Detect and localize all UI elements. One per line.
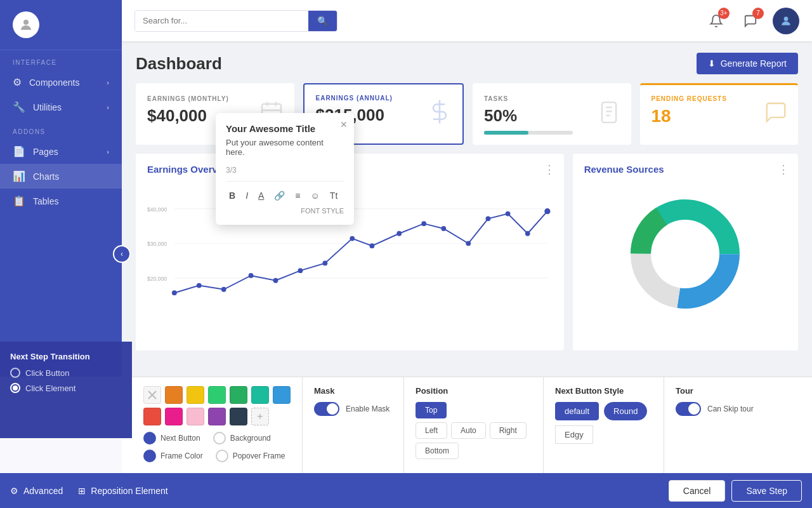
save-step-button[interactable]: Save Step — [731, 480, 802, 502]
avatar[interactable] — [13, 11, 39, 38]
link-button[interactable]: 🔗 — [271, 188, 288, 203]
page-title: Dashboard — [136, 54, 222, 74]
background-color-option[interactable]: Background — [213, 432, 271, 444]
next-button-color-option[interactable]: Next Button — [143, 432, 200, 444]
sidebar-item-label: Components — [29, 77, 79, 88]
color-swatch-green[interactable] — [208, 386, 226, 404]
popover-frame-option[interactable]: Popover Frame — [216, 450, 285, 462]
align-button[interactable]: ≡ — [292, 188, 303, 203]
style-default-button[interactable]: default — [555, 402, 599, 420]
message-button[interactable]: 7 — [738, 9, 763, 33]
download-icon: ⬇ — [708, 58, 716, 69]
tasks-icon — [597, 100, 621, 130]
italic-button[interactable]: I — [242, 188, 251, 203]
tour-toggle[interactable] — [676, 402, 701, 416]
mask-toggle[interactable] — [314, 402, 339, 416]
card-pending: PENDING REQUESTS 18 — [640, 83, 799, 145]
text-size-button[interactable]: Tt — [327, 188, 341, 203]
font-style-label[interactable]: FONT STYLE — [301, 207, 344, 215]
tooltip-title: Your Awesome Title — [226, 123, 344, 134]
sidebar-item-charts[interactable]: 📊 Charts — [0, 164, 122, 189]
sidebar-item-components[interactable]: ⚙ Components › — [0, 70, 122, 95]
search-button[interactable]: 🔍 — [308, 11, 337, 31]
tour-panel: Tour Can Skip tour — [664, 377, 791, 473]
color-swatch-dark[interactable] — [230, 408, 247, 425]
pages-icon: 📄 — [13, 145, 25, 157]
position-right-button[interactable]: Right — [490, 422, 527, 439]
revenue-chart-menu[interactable]: ⋮ — [778, 163, 789, 177]
color-swatch-add[interactable]: + — [251, 408, 269, 425]
click-element-radio — [10, 383, 20, 393]
sidebar-item-label: Charts — [33, 171, 59, 182]
svg-point-28 — [441, 226, 446, 231]
tooltip-content: Put your awesome content here. — [226, 138, 344, 157]
position-left-button[interactable]: Left — [416, 422, 447, 439]
click-element-option[interactable]: Click Element — [10, 383, 122, 393]
cancel-button[interactable]: Cancel — [669, 480, 726, 502]
svg-point-30 — [486, 216, 491, 221]
font-color-button[interactable]: A — [255, 188, 267, 203]
header-icons: 3+ 7 — [704, 8, 799, 34]
svg-point-1 — [784, 17, 789, 21]
style-round-button[interactable]: Round — [604, 402, 647, 420]
chevron-icon: › — [107, 148, 109, 156]
search-icon: 🔍 — [317, 16, 328, 26]
svg-text:$30,000: $30,000 — [147, 241, 167, 247]
reposition-button[interactable]: ⊞ Reposition Element — [78, 486, 167, 496]
svg-point-17 — [172, 290, 177, 295]
emoji-button[interactable]: ☺ — [308, 188, 323, 203]
color-swatch-blue[interactable] — [273, 386, 291, 404]
sidebar-item-tables[interactable]: 📋 Tables — [0, 189, 122, 213]
color-swatch-teal[interactable] — [251, 386, 269, 404]
color-swatch-light-pink[interactable] — [187, 408, 204, 425]
style-edgy-button[interactable]: Edgy — [555, 425, 593, 444]
bold-button[interactable]: B — [226, 188, 239, 203]
generate-report-button[interactable]: ⬇ Generate Report — [697, 53, 798, 74]
position-bottom-button[interactable]: Bottom — [416, 443, 459, 459]
search-input[interactable] — [135, 11, 308, 30]
advanced-button[interactable]: ⚙ Advanced — [10, 486, 63, 496]
utilities-icon: 🔧 — [13, 101, 25, 113]
svg-point-20 — [249, 273, 254, 278]
color-grid: + — [143, 386, 291, 425]
sidebar-collapse-button[interactable]: ‹ — [113, 245, 131, 263]
color-swatch-dark-green[interactable] — [230, 386, 247, 404]
svg-point-31 — [506, 211, 511, 217]
frame-color-label: Frame Color — [160, 451, 203, 460]
progress-bar — [484, 131, 573, 135]
tour-toggle-row: Can Skip tour — [676, 402, 780, 416]
tables-icon: 📋 — [13, 195, 25, 207]
frame-color-option[interactable]: Frame Color — [143, 450, 203, 462]
position-top-button[interactable]: Top — [416, 402, 447, 418]
card-tasks: TASKS 50% — [473, 83, 631, 145]
sidebar-item-utilities[interactable]: 🔧 Utilities › — [0, 95, 122, 119]
color-swatch-purple[interactable] — [208, 408, 226, 425]
notification-bell-button[interactable]: 3+ — [704, 9, 728, 33]
svg-point-32 — [525, 231, 530, 236]
color-swatch-pink[interactable] — [165, 408, 183, 425]
position-panel: Position Top Left Auto Right Bottom — [404, 377, 544, 473]
next-button-style-title: Next Button Style — [555, 386, 652, 396]
sidebar-item-pages[interactable]: 📄 Pages › — [0, 139, 122, 164]
position-middle-row: Left Auto Right — [416, 422, 532, 439]
click-button-label: Click Button — [25, 368, 69, 378]
color-type-options: Next Button Background — [143, 432, 291, 444]
tour-title: Tour — [676, 386, 780, 396]
left-panel: Next Step Transition Click Button Click … — [0, 342, 132, 438]
position-top-row: Top — [416, 402, 532, 418]
mask-panel: Mask Enable Mask — [303, 377, 404, 473]
style-bottom-row: Edgy — [555, 425, 652, 444]
color-swatch-disabled[interactable] — [143, 386, 161, 404]
color-swatch-red[interactable] — [143, 408, 161, 425]
earnings-chart-menu[interactable]: ⋮ — [544, 163, 555, 177]
next-step-options: Click Button Click Element — [10, 368, 122, 393]
color-swatch-orange[interactable] — [165, 386, 183, 404]
position-auto-button[interactable]: Auto — [451, 422, 486, 439]
interface-label: INTERFACE — [0, 50, 122, 70]
svg-text:$20,000: $20,000 — [147, 276, 167, 282]
tooltip-close-button[interactable]: ✕ — [340, 119, 348, 130]
click-button-option[interactable]: Click Button — [10, 368, 122, 378]
mask-title: Mask — [314, 386, 392, 396]
color-swatch-yellow[interactable] — [187, 386, 204, 404]
user-avatar-button[interactable] — [773, 8, 799, 34]
